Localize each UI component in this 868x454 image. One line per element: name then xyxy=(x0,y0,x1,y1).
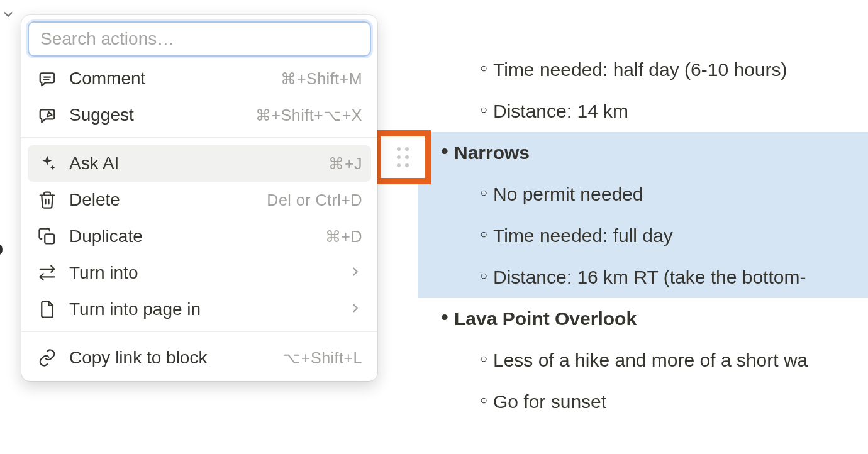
collapse-chevron-icon[interactable] xyxy=(1,8,15,24)
bullet-icon: ○ xyxy=(474,57,493,79)
menu-item-label: Ask AI xyxy=(69,153,328,174)
list-item[interactable]: • Narrows xyxy=(418,132,868,174)
sparkle-icon xyxy=(36,153,58,174)
transform-icon xyxy=(36,262,58,284)
menu-item-label: Duplicate xyxy=(69,226,325,246)
suggest-icon xyxy=(36,104,58,126)
menu-item-label: Delete xyxy=(69,190,267,210)
delete-menu-item[interactable]: Delete Del or Ctrl+D xyxy=(28,182,371,218)
list-item[interactable]: ○ Time needed: half day (6-10 hours) xyxy=(418,49,868,91)
list-item[interactable]: ○ Distance: 16 km RT (take the bottom- xyxy=(418,257,868,298)
search-input[interactable] xyxy=(28,21,371,57)
block-actions-menu: Comment ⌘+Shift+M Suggest ⌘+Shift+⌥+X As… xyxy=(21,15,377,381)
drag-handle-icon[interactable] xyxy=(397,147,409,167)
bullet-icon: ○ xyxy=(474,98,493,121)
list-item[interactable]: • Lava Point Overlook xyxy=(418,298,868,340)
menu-item-shortcut: ⌘+D xyxy=(325,228,362,246)
duplicate-icon xyxy=(36,226,58,247)
comment-icon xyxy=(36,68,58,89)
menu-item-shortcut: ⌘+J xyxy=(328,155,362,173)
list-item-heading: Narrows xyxy=(454,140,530,166)
drag-handle-highlight xyxy=(374,130,431,184)
menu-item-shortcut: ⌘+Shift+⌥+X xyxy=(255,106,362,125)
bullet-icon: ○ xyxy=(474,264,493,287)
bullet-icon: ○ xyxy=(474,347,493,370)
list-item-text: Distance: 14 km xyxy=(493,98,628,125)
list-item-text: No permit needed xyxy=(493,181,643,208)
menu-item-shortcut: Del or Ctrl+D xyxy=(267,191,362,209)
list-item-text: Time needed: full day xyxy=(493,223,673,249)
bullet-icon: ○ xyxy=(474,181,493,204)
ask-ai-menu-item[interactable]: Ask AI ⌘+J xyxy=(28,145,371,182)
menu-divider xyxy=(21,331,377,332)
list-item[interactable]: ○ Go for sunset xyxy=(418,381,868,423)
menu-item-label: Copy link to block xyxy=(69,348,282,368)
bullet-icon: • xyxy=(435,306,454,328)
list-item[interactable]: ○ No permit needed xyxy=(418,174,868,215)
comment-menu-item[interactable]: Comment ⌘+Shift+M xyxy=(28,60,371,97)
document-content: ○ Time needed: half day (6-10 hours) ○ D… xyxy=(418,49,868,423)
suggest-menu-item[interactable]: Suggest ⌘+Shift+⌥+X xyxy=(28,97,371,133)
link-icon xyxy=(36,347,58,368)
list-item[interactable]: ○ Time needed: full day xyxy=(418,215,868,257)
page-icon xyxy=(36,299,58,320)
list-item-text: Go for sunset xyxy=(493,389,606,415)
svg-rect-2 xyxy=(45,234,54,243)
copy-link-menu-item[interactable]: Copy link to block ⌥+Shift+L xyxy=(28,340,371,376)
list-item[interactable]: ○ Less of a hike and more of a short wa xyxy=(418,340,868,381)
turn-into-page-menu-item[interactable]: Turn into page in xyxy=(28,291,371,328)
bullet-icon: • xyxy=(435,140,454,162)
menu-item-label: Comment xyxy=(69,69,281,89)
bullet-icon: ○ xyxy=(474,389,493,411)
list-item-heading: Lava Point Overlook xyxy=(454,306,637,332)
menu-item-label: Suggest xyxy=(69,105,255,125)
background-text: mb xyxy=(0,238,3,259)
list-item-text: Distance: 16 km RT (take the bottom- xyxy=(493,264,806,291)
list-item[interactable]: ○ Distance: 14 km xyxy=(418,91,868,132)
trash-icon xyxy=(36,189,58,211)
chevron-right-icon xyxy=(348,301,362,318)
turn-into-menu-item[interactable]: Turn into xyxy=(28,255,371,291)
bullet-icon: ○ xyxy=(474,223,493,245)
chevron-right-icon xyxy=(348,265,362,281)
menu-divider xyxy=(21,137,377,138)
list-item-text: Less of a hike and more of a short wa xyxy=(493,347,808,374)
list-item-text: Time needed: half day (6-10 hours) xyxy=(493,57,787,83)
menu-item-shortcut: ⌥+Shift+L xyxy=(282,349,362,367)
menu-item-label: Turn into xyxy=(69,263,348,283)
duplicate-menu-item[interactable]: Duplicate ⌘+D xyxy=(28,218,371,255)
menu-item-shortcut: ⌘+Shift+M xyxy=(281,70,362,88)
menu-item-label: Turn into page in xyxy=(69,299,348,319)
